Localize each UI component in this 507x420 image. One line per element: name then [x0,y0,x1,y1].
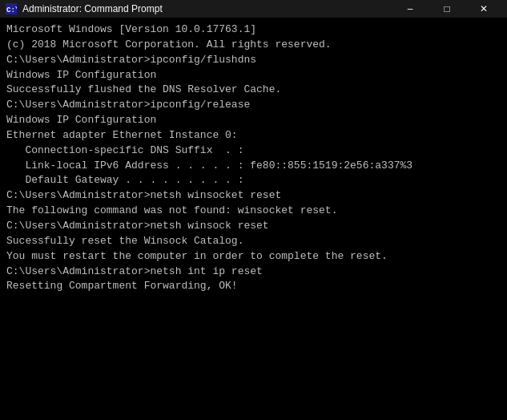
terminal-window[interactable]: Microsoft Windows [Version 10.0.17763.1]… [0,18,507,420]
terminal-line: Successfully flushed the DNS Resolver Ca… [6,83,501,98]
terminal-line: (c) 2018 Microsoft Corporation. All righ… [6,38,501,53]
title-bar-buttons[interactable]: – □ ✕ [392,0,502,18]
cmd-icon: C:\ [5,2,18,15]
terminal-line: Resetting Compartment Forwarding, OK! [6,279,501,294]
terminal-line: Connection-specific DNS Suffix . : [6,143,501,159]
terminal-line: C:\Users\Administrator>ipconfig/release [6,98,501,113]
terminal-line: Ethernet adapter Ethernet Instance 0: [6,128,501,143]
terminal-line: Default Gateway . . . . . . . . . : [6,173,501,188]
svg-text:C:\: C:\ [6,6,17,14]
title-bar: C:\ Administrator: Command Prompt – □ ✕ [0,0,507,18]
terminal-line: Windows IP Configuration [6,113,501,128]
maximize-button[interactable]: □ [429,0,465,18]
terminal-line: You must restart the computer in order t… [6,249,501,265]
terminal-line: Microsoft Windows [Version 10.0.17763.1] [6,22,501,38]
terminal-line: Link-local IPv6 Address . . . . . : fe80… [6,159,501,174]
terminal-line: C:\Users\Administrator>netsh winsock res… [6,219,501,234]
terminal-line: C:\Users\Administrator>netsh int ip rese… [6,265,501,280]
title-bar-text: Administrator: Command Prompt [22,3,392,14]
minimize-button[interactable]: – [392,0,429,18]
terminal-line: The following command was not found: win… [6,204,501,219]
terminal-line: C:\Users\Administrator>ipconfig/flushdns [6,53,501,68]
terminal-line: C:\Users\Administrator>netsh winsocket r… [6,188,501,204]
terminal-line: Windows IP Configuration [6,68,501,83]
close-button[interactable]: ✕ [465,0,502,18]
terminal-line: Sucessfully reset the Winsock Catalog. [6,234,501,249]
